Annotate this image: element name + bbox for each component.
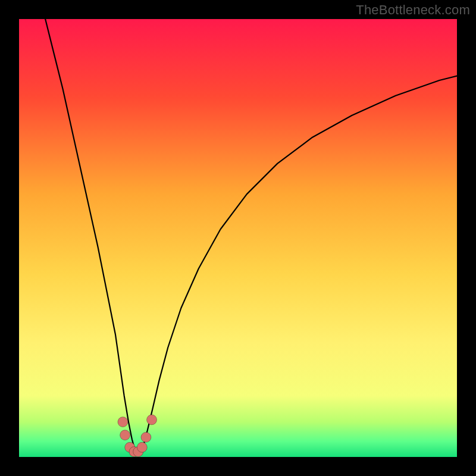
chart-frame: TheBottleneck.com — [0, 0, 476, 476]
plot-area — [19, 19, 457, 457]
bottleneck-chart — [19, 19, 457, 457]
curve-marker — [137, 442, 147, 452]
curve-marker — [141, 432, 151, 442]
curve-marker — [147, 415, 157, 425]
curve-marker — [120, 430, 130, 440]
gradient-background — [19, 19, 457, 457]
curve-marker — [118, 417, 128, 427]
watermark-text: TheBottleneck.com — [356, 2, 470, 18]
